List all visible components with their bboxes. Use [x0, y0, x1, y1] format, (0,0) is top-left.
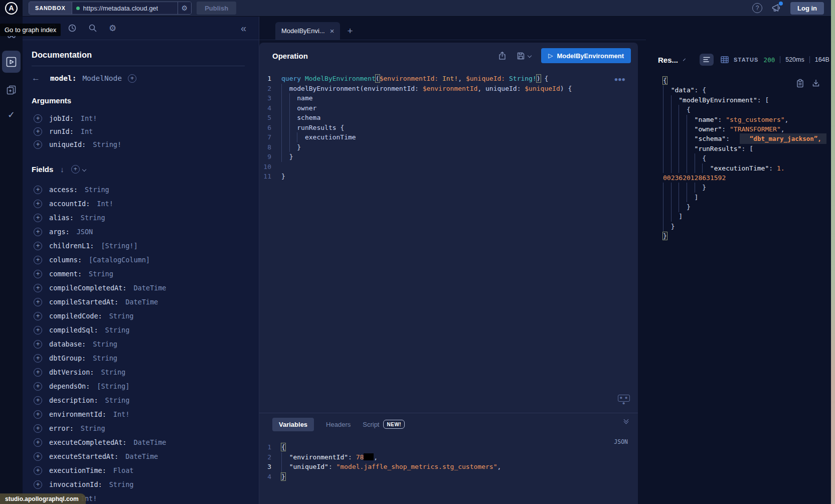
add-to-query-icon[interactable]: + [34, 114, 42, 123]
add-type-icon[interactable]: + [128, 74, 136, 83]
tab-headers[interactable]: Headers [326, 421, 351, 428]
add-to-query-icon[interactable]: + [34, 326, 42, 334]
add-to-query-icon[interactable]: + [34, 480, 42, 489]
add-all-fields-button[interactable]: + [71, 165, 86, 174]
schema-nav-button[interactable] [0, 80, 23, 100]
close-tab-icon[interactable]: × [330, 27, 335, 35]
field-row[interactable]: +executeCompletedAt: DateTime [32, 435, 245, 449]
argument-row[interactable]: +uniqueId: String! [32, 138, 245, 151]
add-to-query-icon[interactable]: + [34, 410, 42, 419]
add-to-query-icon[interactable]: + [34, 438, 42, 447]
field-row[interactable]: +comment: String [32, 267, 245, 281]
keyboard-shortcuts-icon[interactable]: ● ● ● [618, 395, 630, 402]
response-dropdown-icon[interactable] [683, 59, 686, 61]
collapse-panel-icon[interactable]: « [241, 23, 246, 33]
settings-gear-icon[interactable]: ⚙ [109, 23, 116, 34]
add-to-query-icon[interactable]: + [34, 396, 42, 405]
variables-section: Variables Headers Script NEW! JSON 1{2"e… [259, 413, 638, 504]
add-to-query-icon[interactable]: + [34, 228, 42, 236]
add-to-query-icon[interactable]: + [34, 368, 42, 377]
checklist-nav-button[interactable]: ✓ [0, 105, 23, 125]
field-row[interactable]: +executeStartedAt: DateTime [32, 449, 245, 463]
apollo-logo-container[interactable]: A [0, 0, 23, 17]
field-row[interactable]: +compileStartedAt: DateTime [32, 295, 245, 309]
code-line: 1query ModelByEnvironment($environmentId… [259, 74, 638, 84]
type-name[interactable]: ModelNode [82, 74, 122, 82]
table-view-icon[interactable] [721, 56, 729, 63]
add-to-query-icon[interactable]: + [34, 200, 42, 208]
field-row[interactable]: +error: String [32, 421, 245, 435]
announcements-button[interactable] [771, 4, 781, 13]
new-tab-button[interactable]: + [347, 26, 353, 36]
response-panel: Res... STATUS 200 520ms 164B [646, 17, 831, 504]
add-to-query-icon[interactable]: + [34, 298, 42, 306]
field-row[interactable]: +compiledSql: String [32, 323, 245, 337]
endpoint-settings-button[interactable]: ⚙ [178, 2, 192, 14]
operation-editor[interactable]: ●●● ● ● ● 1query ModelByEnvironment($env… [259, 69, 638, 413]
endpoint-url-box[interactable]: https://metadata.cloud.get [72, 2, 178, 14]
line-options-icon[interactable]: ●●● [615, 77, 626, 82]
tree-view-icon [703, 57, 710, 63]
add-to-query-icon[interactable]: + [34, 312, 42, 320]
add-to-query-icon[interactable]: + [34, 242, 42, 250]
field-row[interactable]: +accountId: Int! [32, 197, 245, 211]
field-row[interactable]: +invocationId: String [32, 477, 245, 491]
back-arrow-icon[interactable]: ← [32, 73, 40, 83]
code-line: ] [663, 193, 831, 202]
copy-response-icon[interactable] [796, 79, 804, 88]
field-row[interactable]: +description: String [32, 393, 245, 407]
search-icon[interactable] [88, 24, 97, 33]
tree-view-toggle[interactable] [700, 54, 714, 66]
add-to-query-icon[interactable]: + [34, 186, 42, 194]
add-to-query-icon[interactable]: + [34, 354, 42, 363]
tab-variables[interactable]: Variables [272, 418, 314, 431]
field-row[interactable]: +dbtVersion: String [32, 365, 245, 379]
tab-script[interactable]: Script NEW! [363, 420, 405, 429]
explorer-nav-button[interactable] [2, 51, 21, 73]
field-row[interactable]: +executionTime: Float [32, 463, 245, 477]
save-group[interactable] [517, 52, 531, 60]
response-header: Res... STATUS 200 520ms 164B [646, 54, 831, 66]
field-row[interactable]: +dependsOn: [String] [32, 379, 245, 393]
field-row[interactable]: +environmentId: Int! [32, 407, 245, 421]
operation-tab[interactable]: ModelByEnvi... × [275, 22, 340, 40]
variables-editor[interactable]: JSON 1{2"environmentId": 78,3"uniqueId":… [259, 435, 638, 481]
field-row[interactable]: +database: String [32, 337, 245, 351]
add-to-query-icon[interactable]: + [34, 382, 42, 391]
sort-arrow-icon[interactable]: ↓ [60, 165, 64, 174]
field-row[interactable]: +dbtGroup: String [32, 351, 245, 365]
collapse-variables-icon[interactable] [624, 419, 628, 423]
download-response-icon[interactable] [812, 79, 820, 87]
history-icon[interactable] [68, 24, 77, 33]
field-row[interactable]: +args: JSON [32, 225, 245, 239]
field-row[interactable]: +childrenL1: [String!] [32, 239, 245, 253]
argument-row[interactable]: +jobId: Int! [32, 112, 245, 125]
endpoint-url[interactable]: https://metadata.cloud.get [83, 5, 158, 12]
add-to-query-icon[interactable]: + [34, 127, 42, 136]
add-to-query-icon[interactable]: + [34, 256, 42, 264]
add-to-query-icon[interactable]: + [34, 452, 42, 461]
add-to-query-icon[interactable]: + [34, 424, 42, 433]
add-to-query-icon[interactable]: + [34, 466, 42, 475]
code-line: ] [663, 212, 831, 221]
code-line: 1{ [259, 442, 638, 452]
publish-button[interactable]: Publish [197, 2, 236, 15]
argument-row[interactable]: +runId: Int [32, 125, 245, 138]
code-line: 10 [259, 162, 638, 172]
field-row[interactable]: +compiledCode: String [32, 309, 245, 323]
field-row[interactable]: +alias: String [32, 211, 245, 225]
add-to-query-icon[interactable]: + [34, 214, 42, 222]
run-operation-button[interactable]: ▷ ModelByEnvironment [541, 48, 631, 63]
add-to-query-icon[interactable]: + [34, 270, 42, 278]
field-row[interactable]: +access: String [32, 183, 245, 197]
status-code: 200 [764, 56, 775, 64]
login-button[interactable]: Log in [790, 2, 824, 15]
add-to-query-icon[interactable]: + [34, 140, 42, 149]
add-to-query-icon[interactable]: + [34, 340, 42, 349]
share-icon[interactable] [498, 51, 507, 60]
help-button[interactable]: ? [752, 3, 762, 13]
field-row[interactable]: +compileCompletedAt: DateTime [32, 281, 245, 295]
code-line: 7executionTime [259, 132, 638, 142]
add-to-query-icon[interactable]: + [34, 284, 42, 292]
field-row[interactable]: +columns: [CatalogColumn] [32, 253, 245, 267]
